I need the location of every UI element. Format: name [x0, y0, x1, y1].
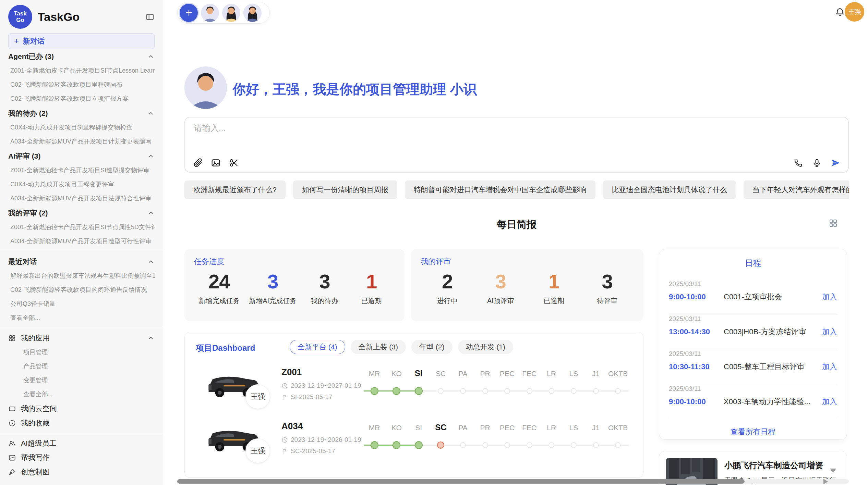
view-all-schedule-link[interactable]: 查看所有日程: [659, 427, 847, 437]
sidebar-item[interactable]: A034-全新新能源MUV产品开发项目法规符合性评审: [8, 191, 155, 206]
milestone-dot-done: [393, 441, 400, 449]
scroll-right-arrow-icon[interactable]: [823, 479, 828, 484]
stat-label: 已逾期: [535, 296, 573, 306]
sidebar-item[interactable]: Z001-全新燃油轻卡产品开发项目SI节点属性5D文件评审: [8, 220, 155, 234]
milestone-dot-todo: [504, 388, 510, 394]
stat-value: 3: [249, 268, 297, 295]
sidebar-item[interactable]: Z001-全新燃油轻卡产品开发项目SI造型提交物评审: [8, 163, 155, 177]
sidebar-item[interactable]: 公司Q3轻卡销量: [8, 297, 155, 311]
sidebar-item-creative-drawing[interactable]: 创意制图: [8, 465, 155, 479]
app-logo-line2: Go: [16, 17, 24, 23]
sidebar-item-cloud-space[interactable]: 我的云空间: [8, 401, 155, 416]
stat-value: 3: [588, 268, 626, 295]
sidebar-item[interactable]: 查看全部...: [8, 311, 155, 325]
sidebar-app-item[interactable]: 项目管理: [8, 345, 155, 359]
sidebar-item[interactable]: C02-飞腾新能源轻客改款项目里程碑画布: [8, 78, 155, 92]
member-avatar[interactable]: [201, 4, 219, 22]
suggestion-chip[interactable]: 比亚迪全固态电池计划具体说了什么: [603, 181, 736, 199]
milestone-dot-todo: [548, 388, 554, 394]
quick-access-bar: [177, 2, 270, 24]
milestone-dot-todo: [571, 388, 577, 394]
image-icon[interactable]: [211, 158, 221, 168]
milestone-dot-todo: [527, 388, 532, 394]
project-thumbnail: [205, 476, 261, 478]
collapse-sidebar-icon[interactable]: [145, 12, 155, 22]
sidebar-item-my-apps[interactable]: 我的应用: [8, 331, 155, 345]
daily-briefing-title: 每日简报: [184, 218, 849, 232]
join-link[interactable]: 加入: [822, 327, 837, 337]
sidebar-section-header[interactable]: Agent已办 (3): [8, 49, 155, 64]
layout-grid-icon[interactable]: [829, 219, 838, 228]
sidebar-item[interactable]: C02-飞腾新能源轻客改款项目的闭环通告反馈情况: [8, 283, 155, 297]
sidebar-section-header[interactable]: 我的评审 (2): [8, 206, 155, 220]
join-link[interactable]: 加入: [822, 397, 837, 407]
sidebar-item[interactable]: Z001-全新燃油皮卡产品开发项目SI节点Lesson Learn报告: [8, 64, 155, 78]
user-avatar[interactable]: 王强: [845, 2, 864, 22]
stat-value: 1: [353, 268, 390, 295]
sidebar-section-header[interactable]: AI评审 (3): [8, 149, 155, 163]
my-apps-label: 我的应用: [21, 333, 142, 343]
dashboard-tab[interactable]: 全新平台 (4): [290, 340, 345, 354]
stat-label: AI预评审: [482, 296, 519, 306]
schedule-date: 2025/03/11: [669, 315, 837, 323]
sidebar-item-favorites[interactable]: 我的收藏: [8, 416, 155, 430]
suggestion-chip[interactable]: 欧洲新规最近颁布了什么?: [184, 181, 286, 199]
microphone-icon[interactable]: [812, 158, 822, 168]
member-avatar[interactable]: [243, 4, 262, 22]
project-row-partial[interactable]: [185, 466, 643, 478]
stat-label: 已逾期: [353, 296, 390, 306]
suggestion-chip[interactable]: 当下年轻人对汽车外观有怎样的喜好趋势: [744, 181, 849, 199]
notification-bell-icon[interactable]: [835, 7, 845, 17]
project-row[interactable]: 王强Z0012023-12-19~2027-01-19SI-2025-05-17…: [185, 358, 643, 412]
sidebar-item[interactable]: C0X4-动力总成开发项目SI里程碑提交物检查: [8, 121, 155, 135]
schedule-date: 2025/03/11: [669, 280, 837, 288]
sidebar-section-header[interactable]: 最近对话: [8, 254, 155, 269]
sidebar-item[interactable]: A034-全新新能源MUV产品开发项目造型可行性评审: [8, 234, 155, 248]
sidebar-item-help-writing[interactable]: 帮我写作: [8, 450, 155, 465]
dashboard-tab[interactable]: 动总开发 (1): [458, 340, 514, 354]
chat-input[interactable]: [193, 123, 673, 133]
flag-icon: [281, 394, 288, 400]
phone-icon[interactable]: [794, 158, 803, 168]
scroll-down-arrow-icon[interactable]: [830, 469, 836, 473]
new-chat-button[interactable]: + 新对话: [8, 33, 155, 49]
project-owner-badge: 王强: [245, 384, 270, 409]
sidebar-item[interactable]: C02-飞腾新能源轻客改款项目立项汇报方案: [8, 92, 155, 106]
sidebar-item-ai-employees[interactable]: AI超级员工: [8, 436, 155, 450]
stat-label: 我的待办: [306, 296, 343, 306]
sidebar-section-header[interactable]: 我的待办 (2): [8, 106, 155, 121]
horizontal-scrollbar-thumb[interactable]: [177, 479, 745, 484]
sidebar: Task Go TaskGo + 新对话 Agent已办 (3)Z001-全新燃…: [0, 0, 163, 485]
sidebar-item[interactable]: C0X4-动力总成开发项目工程变更评审: [8, 177, 155, 191]
milestone-dot-todo: [438, 388, 444, 394]
sidebar-item[interactable]: A034-全新新能源MUV产品开发项目计划变更表编写: [8, 135, 155, 149]
stat: 1已逾期: [535, 268, 573, 306]
sidebar-app-item[interactable]: 查看全部...: [8, 387, 155, 401]
suggestion-chip[interactable]: 如何写一份清晰的项目周报: [293, 181, 397, 199]
dashboard-title: 项目Dashboard: [196, 343, 255, 353]
sidebar-app-item[interactable]: 产品管理: [8, 359, 155, 373]
sidebar-item[interactable]: 解释最新出台的欧盟报废车法规再生塑料比例被调至15%...: [8, 269, 155, 283]
milestone-dot-todo: [571, 442, 577, 448]
join-link[interactable]: 加入: [822, 362, 837, 372]
sidebar-app-item[interactable]: 变更管理: [8, 373, 155, 387]
scissors-icon[interactable]: [229, 158, 239, 168]
schedule-title: 日程: [659, 258, 847, 269]
milestone-dot-alert: [437, 442, 444, 449]
stat: 3新增AI完成任务: [249, 268, 297, 306]
schedule-entry: 2025/03/119:00-10:00C001-立项审批会加入: [669, 279, 837, 314]
task-progress-card: 任务进度 24新增完成任务3新增AI完成任务3我的待办1已逾期: [184, 249, 405, 321]
dashboard-tab[interactable]: 年型 (2): [411, 340, 453, 354]
member-avatar[interactable]: [222, 4, 240, 22]
dashboard-tab[interactable]: 全新上装 (3): [351, 340, 406, 354]
add-member-button[interactable]: [180, 4, 198, 22]
project-row[interactable]: 王强A0342023-12-19~2026-01-19SC-2025-05-17…: [185, 412, 643, 466]
schedule-time: 13:00-14:30: [669, 327, 724, 336]
suggestion-chip[interactable]: 特朗普可能对进口汽车增税会对中国车企造成哪些影响: [405, 181, 595, 199]
stat-label: 新增AI完成任务: [249, 296, 297, 306]
favorites-label: 我的收藏: [21, 418, 155, 428]
join-link[interactable]: 加入: [822, 292, 837, 302]
news-title: 小鹏飞行汽车制造公司增资: [724, 460, 823, 471]
attachment-icon[interactable]: [193, 158, 203, 168]
send-icon[interactable]: [831, 158, 841, 168]
